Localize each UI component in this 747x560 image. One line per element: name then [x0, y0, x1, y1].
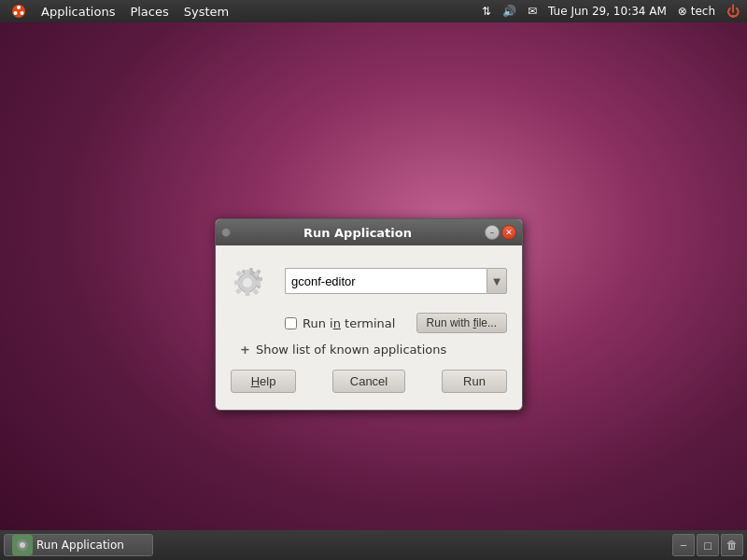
help-button[interactable]: Help	[231, 370, 296, 393]
run-application-dialog: Run Application – ✕	[215, 218, 523, 411]
svg-point-15	[243, 278, 252, 287]
gear-icon	[231, 259, 275, 303]
top-panel: Applications Places System ⇅ 🔊 ✉ Tue Jun…	[0, 0, 747, 22]
svg-rect-16	[246, 270, 250, 275]
panel-app-indicator[interactable]	[4, 0, 34, 22]
svg-point-1	[17, 6, 21, 9]
svg-point-25	[20, 542, 25, 548]
dialog-top-row: ▼	[231, 259, 507, 303]
ubuntu-icon	[11, 4, 26, 19]
dialog-content: ▼ Run in terminal Run with file... + Sho…	[216, 245, 522, 410]
svg-rect-17	[246, 290, 250, 296]
taskbar-app-label: Run Application	[36, 539, 124, 552]
user-menu[interactable]: ⊗ tech	[674, 0, 719, 22]
terminal-label[interactable]: Run in terminal	[303, 316, 395, 330]
mail-icon[interactable]: ✉	[524, 0, 541, 22]
command-dropdown-button[interactable]: ▼	[486, 268, 507, 294]
run-with-file-button[interactable]: Run with file...	[416, 313, 507, 333]
system-menu[interactable]: System	[176, 0, 236, 22]
taskbar: Run Application ─ □ 🗑	[0, 530, 747, 560]
taskbar-minimize-btn[interactable]: ─	[672, 534, 695, 556]
run-button[interactable]: Run	[442, 370, 507, 393]
terminal-checkbox[interactable]	[285, 317, 297, 329]
dialog-title-buttons: – ✕	[485, 225, 516, 240]
taskbar-gear-icon	[15, 538, 30, 553]
collapse-button[interactable]: –	[485, 225, 500, 240]
svg-point-2	[21, 11, 24, 15]
dialog-title: Run Application	[236, 226, 479, 240]
desktop: Run Application – ✕	[0, 22, 747, 530]
svg-point-3	[14, 11, 18, 15]
show-list-row[interactable]: + Show list of known applications	[240, 343, 507, 357]
taskbar-app-icon	[12, 535, 33, 555]
show-list-text: Show list of known applications	[256, 343, 446, 357]
titlebar-dot	[221, 228, 231, 237]
taskbar-trash-btn[interactable]: 🗑	[721, 534, 743, 556]
panel-right: ⇅ 🔊 ✉ Tue Jun 29, 10:34 AM ⊗ tech ⏻	[478, 0, 743, 22]
volume-icon[interactable]: 🔊	[499, 0, 520, 22]
clock-display[interactable]: Tue Jun 29, 10:34 AM	[544, 0, 670, 22]
taskbar-restore-btn[interactable]: □	[697, 534, 719, 556]
dialog-titlebar: Run Application – ✕	[216, 219, 522, 245]
svg-rect-9	[258, 277, 262, 281]
dialog-buttons: Help Cancel Run	[231, 370, 507, 397]
cancel-button[interactable]: Cancel	[332, 370, 405, 393]
taskbar-right: ─ □ 🗑	[672, 534, 743, 556]
close-button[interactable]: ✕	[501, 225, 516, 240]
svg-rect-19	[255, 281, 261, 286]
panel-left: Applications Places System	[4, 0, 236, 22]
expand-plus-icon: +	[240, 343, 250, 357]
taskbar-run-application[interactable]: Run Application	[4, 534, 153, 556]
command-input[interactable]	[285, 268, 486, 294]
svg-rect-18	[234, 281, 240, 286]
command-input-group: ▼	[285, 268, 507, 294]
applications-menu[interactable]: Applications	[34, 0, 122, 22]
places-menu[interactable]: Places	[122, 0, 176, 22]
terminal-checkbox-row: Run in terminal Run with file...	[285, 313, 507, 333]
sort-arrows-icon[interactable]: ⇅	[478, 0, 495, 22]
svg-rect-6	[249, 268, 253, 273]
power-button[interactable]: ⏻	[723, 0, 743, 22]
